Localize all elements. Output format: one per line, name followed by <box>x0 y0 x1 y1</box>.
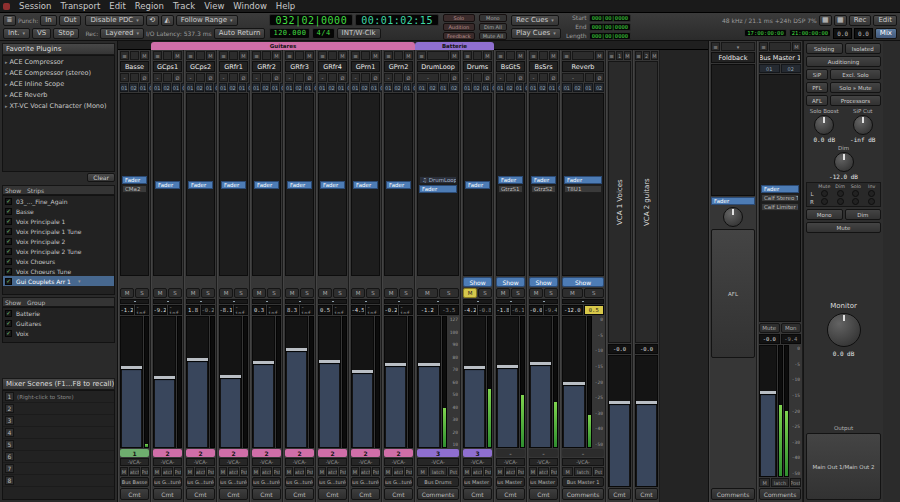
peak-display[interactable]: -0.8 <box>478 305 492 315</box>
fader-handle[interactable] <box>286 348 307 351</box>
gain-display[interactable]: -9.2 <box>153 305 167 315</box>
strip-mini-m-button[interactable]: M <box>206 51 215 60</box>
show-sends-button[interactable]: Show <box>463 277 492 287</box>
favorite-plugin-item[interactable]: ▸ACE Compressor (stereo) <box>3 67 114 78</box>
panner[interactable] <box>318 299 347 304</box>
fader-processor[interactable]: Fader <box>711 197 755 205</box>
output-button[interactable]: Bus G...turée <box>351 477 380 487</box>
vca-assign-button[interactable]: -VCA- <box>496 458 525 466</box>
strip-name-button[interactable]: BsSrs <box>529 61 558 72</box>
strip-spacer-button[interactable] <box>130 51 139 60</box>
comments-button[interactable]: Cmt <box>608 488 631 500</box>
menu-track[interactable]: Track <box>169 1 199 11</box>
phase-invert-button[interactable]: Ø <box>338 73 347 82</box>
trim-knob[interactable] <box>473 73 482 82</box>
gain-display[interactable]: -1.2 <box>417 305 438 315</box>
checkbox[interactable]: ✓ <box>5 258 12 265</box>
group-tab-batterie[interactable]: Batterie <box>415 42 494 50</box>
range-length-clock[interactable]: 000|00|0000 <box>589 32 631 40</box>
automation-latch-button[interactable]: latch <box>327 467 339 476</box>
fader-automation-button[interactable]: M <box>759 478 770 487</box>
comments-button[interactable]: Cmt <box>219 488 248 500</box>
secondary-clock[interactable]: 00:01:02:15 <box>355 14 439 26</box>
checkbox[interactable]: ✓ <box>5 330 12 337</box>
monitor-mute-button[interactable]: Mute <box>806 222 881 233</box>
favorite-plugin-item[interactable]: ▸ACE Inline Scope <box>3 78 114 89</box>
checkbox[interactable]: ✓ <box>5 278 12 285</box>
fader-automation-button[interactable]: M <box>285 467 293 476</box>
strip-input-button[interactable]: - <box>186 73 195 82</box>
monitor-mute-r-button[interactable] <box>821 198 828 205</box>
foldback-level-knob[interactable] <box>723 207 743 227</box>
fader-processor[interactable]: Fader <box>564 176 602 184</box>
metronome-icon[interactable]: ◭ <box>161 15 174 26</box>
gain-fader[interactable] <box>186 316 209 448</box>
gain-display[interactable]: -0.0 <box>759 334 780 344</box>
processor-box[interactable]: Fader <box>186 93 215 276</box>
range-start-clock[interactable]: 000|00|0000 <box>589 14 631 22</box>
fader-automation-button[interactable]: M <box>120 467 128 476</box>
processor-box[interactable]: FaderGtrzS2 <box>529 93 558 276</box>
strip-input-button[interactable]: - <box>318 73 327 82</box>
gain-fader[interactable] <box>153 316 176 448</box>
fader-processor[interactable]: Fader <box>353 181 378 189</box>
panner[interactable] <box>529 299 558 304</box>
fader-processor[interactable]: Fader <box>155 181 180 189</box>
metering-point-button[interactable]: Pst <box>593 467 604 476</box>
fader-automation-button[interactable]: M <box>529 467 537 476</box>
strip-name-button[interactable]: GCps2 <box>186 61 215 72</box>
mute-button[interactable]: M <box>120 288 134 298</box>
group-visibility-row[interactable]: ✓Voix <box>3 328 114 338</box>
group-tab-guitares[interactable]: Guitares <box>151 42 415 50</box>
strip-name-button[interactable]: Reverb <box>562 61 604 72</box>
checkbox[interactable]: ✓ <box>5 228 12 235</box>
fader-handle[interactable] <box>563 382 585 385</box>
strip-menu-icon[interactable]: ≡ <box>608 51 615 60</box>
monitor-button[interactable]: Mon <box>781 323 802 333</box>
peak-display[interactable]: -inf <box>234 305 248 315</box>
fader-processor[interactable]: Fader <box>188 181 213 189</box>
monitor-level-knob[interactable] <box>827 313 861 347</box>
strip-name-button[interactable]: GPrn2 <box>384 61 413 72</box>
peak-display[interactable]: -9.4 <box>544 305 558 315</box>
mute-button[interactable]: M <box>318 288 332 298</box>
mute-button[interactable]: M <box>463 288 477 298</box>
automation-latch-button[interactable]: latch <box>228 467 240 476</box>
metering-point-button[interactable]: Pst <box>141 467 149 476</box>
solo-button[interactable]: S <box>234 288 248 298</box>
phase-invert-button[interactable]: Ø <box>305 73 314 82</box>
vca-assign-button[interactable]: -VCA- <box>463 458 492 466</box>
pdc-select[interactable]: Disable PDC <box>85 15 143 26</box>
phase-invert-button[interactable]: Ø <box>272 73 281 82</box>
strip-spacer-button[interactable] <box>262 51 271 60</box>
afl-button[interactable]: AFL <box>711 229 755 359</box>
processor-entry[interactable]: Calf Limiter (x2) <box>761 203 799 211</box>
gain-fader[interactable] <box>384 316 407 448</box>
trim-knob[interactable] <box>229 73 238 82</box>
mute-button[interactable]: M <box>153 288 167 298</box>
trim-knob[interactable] <box>361 73 370 82</box>
trim-knob[interactable] <box>328 73 337 82</box>
strip-input-button[interactable]: - <box>384 73 393 82</box>
strip-mini-m-button[interactable]: M <box>173 51 182 60</box>
vca-assign-button[interactable]: -VCA- <box>318 458 347 466</box>
mute-button[interactable]: M <box>219 288 233 298</box>
comments-button[interactable]: Cmt <box>384 488 413 500</box>
panner[interactable] <box>496 299 525 304</box>
strip-spacer-button[interactable] <box>427 51 449 60</box>
processor-entry[interactable]: Calf Stereo Tools (x2) <box>761 194 799 202</box>
menu-view[interactable]: View <box>200 1 228 11</box>
primary-clock[interactable]: 032|02|0000 <box>269 14 353 26</box>
gain-display[interactable]: -12.0 <box>562 305 583 315</box>
metering-point-button[interactable]: Pst <box>207 467 215 476</box>
mini-dim-all-button[interactable]: Dim All <box>479 23 507 31</box>
peak-display[interactable]: -inf <box>399 305 413 315</box>
processor-box[interactable]: Fader <box>153 93 182 276</box>
gain-fader[interactable] <box>562 316 586 448</box>
favorite-plugin-item[interactable]: ▸ACE Reverb <box>3 89 114 100</box>
checkbox[interactable]: ✓ <box>5 208 12 215</box>
peak-display[interactable]: -3.5 <box>439 305 460 315</box>
output-button[interactable]: Bus G...turée <box>318 477 347 487</box>
group-color-chip[interactable]: 2 <box>219 449 248 457</box>
strip-name-button[interactable]: Drums <box>463 61 492 72</box>
